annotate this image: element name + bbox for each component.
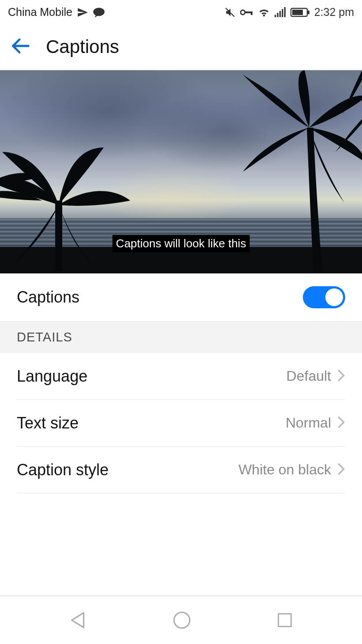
details-section-header: DETAILS [0, 321, 362, 353]
telegram-icon [77, 7, 88, 18]
nav-home-button[interactable] [171, 609, 193, 631]
carrier-label: China Mobile [8, 6, 72, 19]
caption-style-value-group: White on black [238, 462, 345, 478]
status-left: China Mobile [8, 6, 105, 19]
settings-list: Language Default Text size Normal Captio… [0, 353, 362, 493]
caption-style-row[interactable]: Caption style White on black [17, 447, 345, 493]
cellular-signal-icon [275, 7, 286, 18]
text-size-value-group: Normal [286, 415, 345, 431]
palm-tree-right-decoration [243, 70, 362, 273]
language-value-group: Default [287, 368, 345, 384]
text-size-row[interactable]: Text size Normal [17, 400, 345, 447]
status-right: 2:32 pm [224, 6, 354, 19]
captions-toggle-label: Captions [17, 288, 79, 307]
chevron-right-icon [337, 463, 345, 477]
svg-marker-15 [72, 613, 84, 627]
caption-style-value: White on black [238, 462, 331, 478]
battery-icon [290, 7, 310, 18]
svg-rect-11 [292, 10, 303, 15]
svg-rect-7 [279, 11, 280, 17]
app-bar: Captions [0, 24, 362, 70]
status-bar: China Mobile 2:32 pm [0, 0, 362, 24]
language-value: Default [287, 368, 331, 384]
captions-switch[interactable] [303, 286, 345, 308]
text-size-value: Normal [286, 415, 331, 431]
nav-back-button[interactable] [67, 609, 89, 631]
svg-rect-17 [278, 614, 291, 627]
chat-icon [93, 7, 105, 18]
svg-rect-4 [251, 11, 253, 15]
text-size-label: Text size [17, 414, 79, 432]
captions-toggle-row[interactable]: Captions [0, 273, 362, 321]
caption-style-label: Caption style [17, 461, 109, 479]
clock: 2:32 pm [314, 6, 354, 19]
svg-rect-14 [55, 201, 62, 271]
vpn-key-icon [240, 7, 253, 18]
language-label: Language [17, 367, 87, 386]
wifi-icon [258, 7, 270, 18]
nav-recent-button[interactable] [275, 610, 295, 630]
svg-rect-8 [282, 9, 283, 17]
navigation-bar [0, 595, 362, 644]
chevron-right-icon [337, 369, 345, 383]
caption-preview-image: Captions will look like this [0, 70, 362, 273]
svg-point-2 [241, 10, 245, 15]
svg-rect-5 [275, 15, 276, 17]
mute-icon [224, 7, 236, 18]
back-button[interactable] [11, 36, 30, 57]
svg-point-16 [174, 612, 189, 628]
svg-rect-6 [277, 13, 278, 17]
page-title: Captions [46, 36, 119, 57]
language-row[interactable]: Language Default [17, 353, 345, 400]
chevron-right-icon [337, 416, 345, 430]
svg-rect-12 [308, 11, 309, 14]
svg-point-0 [93, 8, 105, 16]
caption-sample-text: Captions will look like this [113, 235, 250, 252]
svg-rect-9 [284, 7, 285, 17]
